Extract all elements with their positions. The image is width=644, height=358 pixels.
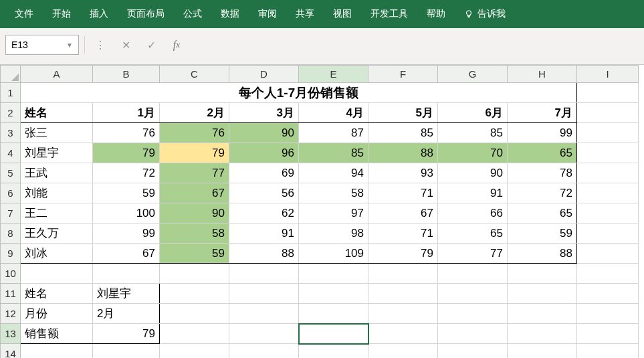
header-month-5[interactable]: 6月 [438, 103, 508, 123]
cell-r5-c3[interactable]: 94 [299, 163, 368, 183]
row-header-9[interactable]: 9 [1, 244, 21, 264]
cell-r10-c3[interactable] [229, 264, 299, 284]
cell-r8-c1[interactable]: 58 [160, 223, 229, 244]
cell-r12-c6[interactable] [438, 304, 508, 324]
ribbon-tab-6[interactable]: 审阅 [249, 1, 286, 27]
cell-r6-c0[interactable]: 59 [93, 183, 160, 203]
cell-I7[interactable] [577, 203, 639, 223]
col-header-E[interactable]: E [299, 66, 368, 83]
col-header-I[interactable]: I [577, 66, 639, 83]
cell-r14-c8[interactable] [577, 344, 639, 359]
ribbon-tab-1[interactable]: 开始 [43, 1, 80, 27]
ribbon-tab-4[interactable]: 公式 [174, 1, 211, 27]
formula-input[interactable] [192, 35, 639, 55]
row-header-2[interactable]: 2 [1, 103, 21, 123]
header-month-1[interactable]: 2月 [160, 103, 229, 123]
spreadsheet-grid[interactable]: ABCDEFGHI1每个人1-7月份销售额2姓名1月2月3月4月5月6月7月3张… [0, 65, 644, 358]
cell-r7-c5[interactable]: 66 [438, 203, 508, 223]
name-r5[interactable]: 王武 [21, 163, 93, 183]
cell-r12-c2[interactable] [160, 304, 229, 324]
row-header-3[interactable]: 3 [1, 123, 21, 143]
cell-r9-c2[interactable]: 88 [229, 244, 299, 264]
row-header-4[interactable]: 4 [1, 143, 21, 163]
lookup-value-r13[interactable]: 79 [93, 324, 160, 344]
name-r7[interactable]: 王二 [21, 203, 93, 223]
cell-r3-c6[interactable]: 99 [508, 123, 577, 143]
cell-r4-c4[interactable]: 88 [368, 143, 438, 163]
cell-r13-c6[interactable] [438, 324, 508, 344]
row-header-11[interactable]: 11 [1, 284, 21, 304]
cell-I2[interactable] [577, 103, 639, 123]
dropdown-icon[interactable]: ▼ [66, 41, 73, 49]
expand-icon[interactable]: ⋮ [90, 35, 110, 55]
cell-r12-c3[interactable] [229, 304, 299, 324]
header-month-4[interactable]: 5月 [368, 103, 438, 123]
cell-r10-c7[interactable] [508, 264, 577, 284]
cell-r11-c6[interactable] [438, 284, 508, 304]
name-r8[interactable]: 王久万 [21, 223, 93, 244]
cell-r4-c0[interactable]: 79 [93, 143, 160, 163]
cell-r11-c2[interactable] [160, 284, 229, 304]
cell-r7-c1[interactable]: 90 [160, 203, 229, 223]
col-header-H[interactable]: H [508, 66, 577, 83]
cell-r5-c2[interactable]: 69 [229, 163, 299, 183]
name-box[interactable]: E13 ▼ [5, 35, 79, 55]
name-r3[interactable]: 张三 [21, 123, 93, 143]
header-month-0[interactable]: 1月 [93, 103, 160, 123]
cell-r8-c3[interactable]: 98 [299, 223, 368, 244]
cell-r8-c5[interactable]: 65 [438, 223, 508, 244]
cell-r3-c1[interactable]: 76 [160, 123, 229, 143]
ribbon-tab-0[interactable]: 文件 [5, 1, 43, 27]
lookup-value-r12[interactable]: 2月 [93, 304, 160, 324]
cell-r3-c4[interactable]: 85 [368, 123, 438, 143]
cell-r5-c1[interactable]: 77 [160, 163, 229, 183]
cell-r10-c1[interactable] [93, 264, 160, 284]
cell-r5-c6[interactable]: 78 [508, 163, 577, 183]
name-r4[interactable]: 刘星宇 [21, 143, 93, 163]
cell-r9-c1[interactable]: 59 [160, 244, 229, 264]
cell-r7-c4[interactable]: 67 [368, 203, 438, 223]
cell-r4-c2[interactable]: 96 [229, 143, 299, 163]
cell-r14-c7[interactable] [508, 344, 577, 359]
cell-r3-c0[interactable]: 76 [93, 123, 160, 143]
name-r6[interactable]: 刘能 [21, 183, 93, 203]
cell-r13-c7[interactable] [508, 324, 577, 344]
cell-r3-c3[interactable]: 87 [299, 123, 368, 143]
ribbon-tab-8[interactable]: 视图 [324, 1, 361, 27]
cell-r5-c0[interactable]: 72 [93, 163, 160, 183]
cell-r12-c4[interactable] [299, 304, 368, 324]
cell-r14-c6[interactable] [438, 344, 508, 359]
col-header-B[interactable]: B [93, 66, 160, 83]
cell-r9-c0[interactable]: 67 [93, 244, 160, 264]
name-r9[interactable]: 刘冰 [21, 244, 93, 264]
cell-r10-c6[interactable] [438, 264, 508, 284]
cell-r9-c3[interactable]: 109 [299, 244, 368, 264]
cell-r12-c8[interactable] [577, 304, 639, 324]
header-month-2[interactable]: 3月 [229, 103, 299, 123]
cancel-icon[interactable]: ✕ [116, 35, 136, 55]
cell-r14-c1[interactable] [93, 344, 160, 359]
cell-r6-c5[interactable]: 91 [438, 183, 508, 203]
cell-I1[interactable] [577, 83, 639, 103]
fx-icon[interactable]: fx [167, 35, 187, 55]
cell-r13-c5[interactable] [368, 324, 438, 344]
cell-r14-c0[interactable] [21, 344, 93, 359]
ribbon-tab-10[interactable]: 帮助 [417, 1, 455, 27]
cell-r10-c2[interactable] [160, 264, 229, 284]
ribbon-tab-5[interactable]: 数据 [211, 1, 249, 27]
cell-r10-c8[interactable] [577, 264, 639, 284]
cell-I6[interactable] [577, 183, 639, 203]
cell-r3-c2[interactable]: 90 [229, 123, 299, 143]
cell-r3-c5[interactable]: 85 [438, 123, 508, 143]
ribbon-tab-9[interactable]: 开发工具 [361, 1, 417, 27]
lookup-value-r11[interactable]: 刘星宇 [93, 284, 160, 304]
cell-r13-c3[interactable] [229, 324, 299, 344]
cell-r11-c3[interactable] [229, 284, 299, 304]
cell-r6-c4[interactable]: 71 [368, 183, 438, 203]
cell-r11-c4[interactable] [299, 284, 368, 304]
confirm-icon[interactable]: ✓ [141, 35, 161, 55]
ribbon-tab-3[interactable]: 页面布局 [118, 1, 174, 27]
ribbon-tab-2[interactable]: 插入 [80, 1, 118, 27]
cell-r7-c0[interactable]: 100 [93, 203, 160, 223]
cell-I3[interactable] [577, 123, 639, 143]
